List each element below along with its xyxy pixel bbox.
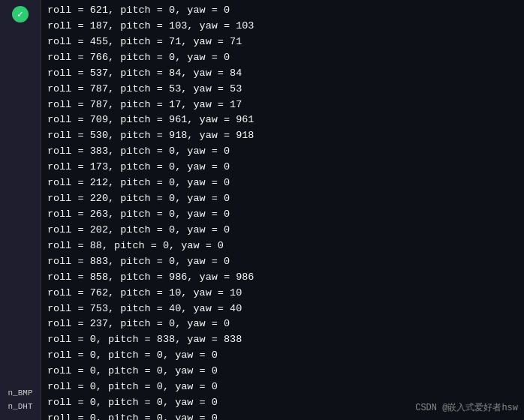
- log-line: roll = 787, pitch = 17, yaw = 17: [47, 98, 518, 113]
- log-line: roll = 858, pitch = 986, yaw = 986: [47, 270, 518, 286]
- sidebar-label-dht: n_DHT: [5, 400, 35, 412]
- log-line: roll = 212, pitch = 0, yaw = 0: [47, 176, 518, 191]
- log-line: roll = 530, pitch = 918, yaw = 918: [47, 128, 518, 144]
- log-output: roll = 621, pitch = 0, yaw = 0roll = 187…: [41, 0, 524, 420]
- log-line: roll = 0, pitch = 838, yaw = 838: [47, 332, 518, 348]
- log-line: roll = 762, pitch = 10, yaw = 10: [47, 286, 518, 302]
- log-line: roll = 88, pitch = 0, yaw = 0: [47, 238, 518, 254]
- log-line: roll = 753, pitch = 40, yaw = 40: [47, 302, 518, 317]
- log-line: roll = 0, pitch = 0, yaw = 0: [47, 411, 518, 420]
- sidebar-labels: n_BMP n_DHT: [5, 387, 35, 420]
- log-line: roll = 709, pitch = 961, yaw = 961: [47, 112, 518, 128]
- log-line: roll = 621, pitch = 0, yaw = 0: [47, 3, 518, 19]
- check-icon: ✓: [12, 6, 29, 22]
- log-line: roll = 383, pitch = 0, yaw = 0: [47, 144, 518, 160]
- log-line: roll = 187, pitch = 103, yaw = 103: [47, 19, 518, 34]
- log-line: roll = 0, pitch = 0, yaw = 0: [47, 380, 518, 395]
- log-line: roll = 0, pitch = 0, yaw = 0: [47, 348, 518, 364]
- log-line: roll = 766, pitch = 0, yaw = 0: [47, 50, 518, 66]
- sidebar-label-bmp: n_BMP: [5, 387, 35, 399]
- log-line: roll = 0, pitch = 0, yaw = 0: [47, 395, 518, 411]
- log-line: roll = 0, pitch = 0, yaw = 0: [47, 364, 518, 380]
- main-wrapper: roll = 621, pitch = 0, yaw = 0roll = 187…: [41, 0, 524, 420]
- log-line: roll = 263, pitch = 0, yaw = 0: [47, 207, 518, 223]
- log-line: roll = 455, pitch = 71, yaw = 71: [47, 34, 518, 50]
- log-line: roll = 202, pitch = 0, yaw = 0: [47, 223, 518, 238]
- log-line: roll = 787, pitch = 53, yaw = 53: [47, 82, 518, 98]
- log-line: roll = 220, pitch = 0, yaw = 0: [47, 191, 518, 207]
- log-line: roll = 537, pitch = 84, yaw = 84: [47, 66, 518, 82]
- sidebar: ✓ n_BMP n_DHT: [0, 0, 41, 420]
- log-line: roll = 237, pitch = 0, yaw = 0: [47, 316, 518, 332]
- log-line: roll = 173, pitch = 0, yaw = 0: [47, 160, 518, 176]
- log-line: roll = 883, pitch = 0, yaw = 0: [47, 254, 518, 270]
